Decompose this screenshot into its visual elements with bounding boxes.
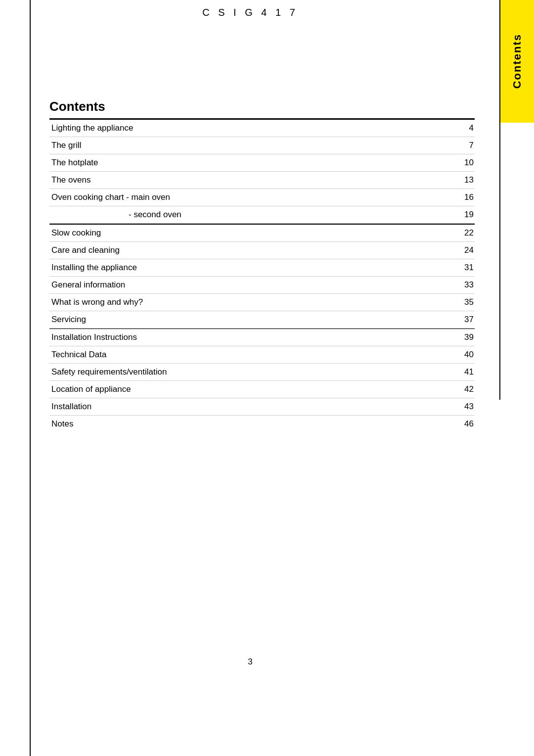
toc-entry-page: 43 (455, 398, 475, 416)
toc-entry-label: Notes (49, 416, 455, 433)
toc-row: Lighting the appliance4 (49, 120, 475, 137)
page-number: 3 (0, 657, 500, 667)
toc-row: - second oven19 (49, 206, 475, 224)
toc-entry-page: 16 (455, 189, 475, 206)
toc-entry-label: Installation Instructions (49, 329, 455, 346)
toc-row: Oven cooking chart - main oven16 (49, 189, 475, 206)
toc-entry-page: 37 (455, 311, 475, 328)
toc-entry-label: What is wrong and why? (49, 293, 455, 311)
toc-entry-page: 42 (455, 381, 475, 398)
toc-row: The grill7 (49, 137, 475, 154)
toc-row: The hotplate10 (49, 154, 475, 172)
contents-heading: Contents (49, 99, 475, 114)
toc-entry-page: 7 (455, 137, 475, 154)
toc-row: Notes46 (49, 416, 475, 433)
toc-entry-page: 40 (455, 346, 475, 364)
toc-entry-label: Installing the appliance (49, 259, 455, 276)
left-border (30, 0, 31, 756)
toc-entry-label: General information (49, 276, 455, 293)
side-tab-label: Contents (511, 34, 524, 89)
toc-entry-page: 33 (455, 276, 475, 293)
toc-row: Servicing37 (49, 311, 475, 328)
toc-entry-page: 19 (455, 206, 475, 224)
toc-entry-page: 22 (455, 225, 475, 242)
toc-entry-label: - second oven (49, 206, 455, 224)
toc-entry-page: 39 (455, 329, 475, 346)
toc-entry-label: Oven cooking chart - main oven (49, 189, 455, 206)
document-title: C S I G 4 1 7 (202, 7, 298, 18)
toc-entry-page: 46 (455, 416, 475, 433)
toc-entry-page: 10 (455, 154, 475, 172)
toc-entry-label: Lighting the appliance (49, 120, 455, 137)
side-tab: Contents (500, 0, 534, 123)
toc-row: What is wrong and why?35 (49, 293, 475, 311)
toc-entry-page: 41 (455, 364, 475, 381)
toc-entry-page: 35 (455, 293, 475, 311)
toc-entry-label: Safety requirements/ventilation (49, 364, 455, 381)
toc-entry-label: The grill (49, 137, 455, 154)
toc-entry-label: The hotplate (49, 154, 455, 172)
toc-entry-page: 13 (455, 172, 475, 189)
toc-entry-label: Servicing (49, 311, 455, 328)
header: C S I G 4 1 7 (0, 0, 500, 25)
toc-entry-label: Technical Data (49, 346, 455, 364)
toc-entry-label: Location of appliance (49, 381, 455, 398)
toc-row: Slow cooking22 (49, 225, 475, 242)
toc-entry-page: 4 (455, 120, 475, 137)
toc-row: Location of appliance42 (49, 381, 475, 398)
toc-entry-label: Installation (49, 398, 455, 416)
toc-row: Installation Instructions39 (49, 329, 475, 346)
toc-table: Lighting the appliance4The grill7The hot… (49, 119, 475, 433)
toc-entry-label: Care and cleaning (49, 241, 455, 259)
right-border (499, 0, 500, 400)
toc-row: The ovens13 (49, 172, 475, 189)
main-content: Contents Lighting the appliance4The gril… (49, 99, 475, 459)
toc-entry-label: The ovens (49, 172, 455, 189)
toc-entry-page: 31 (455, 259, 475, 276)
toc-row: Technical Data40 (49, 346, 475, 364)
toc-entry-page: 24 (455, 241, 475, 259)
toc-entry-label: Slow cooking (49, 225, 455, 242)
toc-row: Care and cleaning24 (49, 241, 475, 259)
toc-row: General information33 (49, 276, 475, 293)
toc-row: Installation43 (49, 398, 475, 416)
toc-row: Safety requirements/ventilation41 (49, 364, 475, 381)
toc-row: Installing the appliance31 (49, 259, 475, 276)
